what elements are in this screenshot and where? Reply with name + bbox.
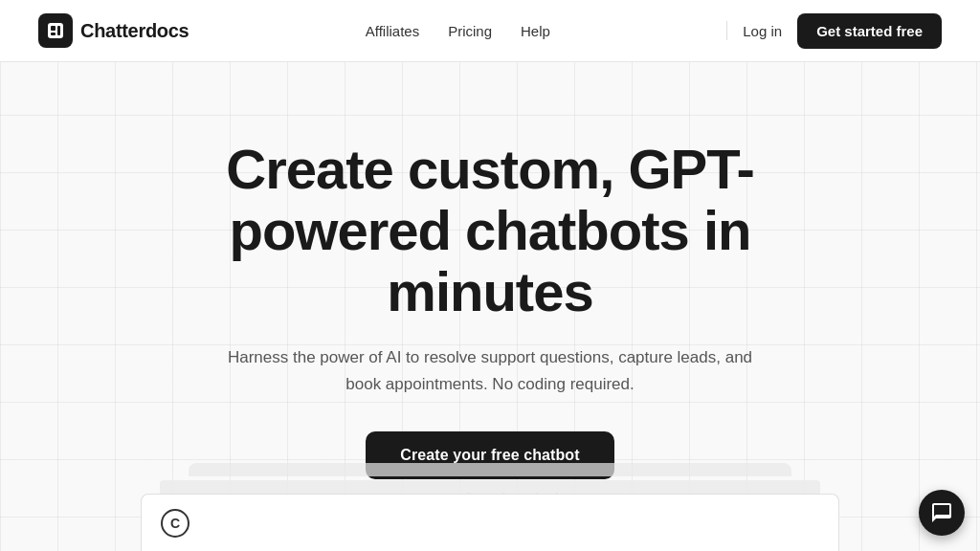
nav-actions: Log in Get started free <box>726 13 942 49</box>
logo[interactable]: Chatterdocs <box>38 13 189 48</box>
nav-affiliates[interactable]: Affiliates <box>366 23 419 39</box>
get-started-button[interactable]: Get started free <box>797 13 942 49</box>
svg-rect-2 <box>51 33 56 35</box>
svg-rect-3 <box>57 26 60 35</box>
preview-window: C <box>141 494 839 551</box>
logo-text: Chatterdocs <box>80 20 189 42</box>
preview-bar-mid <box>160 480 820 494</box>
preview-logo: C <box>161 509 189 538</box>
nav-links: Affiliates Pricing Help <box>366 23 550 39</box>
preview-bar-top <box>189 463 791 476</box>
nav-pricing[interactable]: Pricing <box>448 23 492 39</box>
hero-subtitle: Harness the power of AI to resolve suppo… <box>222 344 758 396</box>
hero-section: Create custom, GPT-powered chatbots in m… <box>0 62 980 506</box>
navbar: Chatterdocs Affiliates Pricing Help Log … <box>0 0 980 62</box>
chat-widget-button[interactable] <box>919 490 965 536</box>
svg-rect-1 <box>51 26 56 31</box>
login-link[interactable]: Log in <box>743 23 782 39</box>
nav-help[interactable]: Help <box>521 23 550 39</box>
chat-icon <box>930 501 953 524</box>
preview-area: C <box>141 463 839 551</box>
svg-rect-0 <box>48 23 63 38</box>
nav-divider <box>726 21 727 40</box>
hero-title: Create custom, GPT-powered chatbots in m… <box>155 139 825 321</box>
logo-icon <box>38 13 73 48</box>
